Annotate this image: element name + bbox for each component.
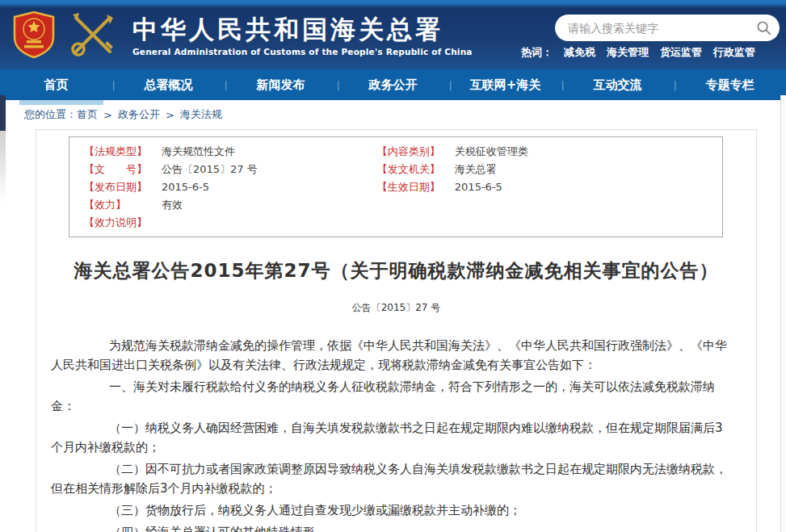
- meta-value: 关税征收管理类: [455, 143, 528, 161]
- national-emblem-icon: [13, 11, 55, 58]
- meta-value: 海关规范性文件: [162, 143, 235, 161]
- breadcrumb-home[interactable]: 首页: [77, 107, 98, 122]
- meta-value: 公告〔2015〕27 号: [162, 161, 258, 178]
- document-body: 为规范海关税款滞纳金减免的操作管理，依据《中华人民共和国海关法》、《中华人民共和…: [36, 336, 756, 532]
- breadcrumb-customs-laws[interactable]: 海关法规: [180, 107, 222, 122]
- hot-word-link[interactable]: 海关管理: [607, 45, 649, 60]
- breadcrumb-separator: >: [103, 109, 112, 121]
- meta-row-publish-date: 【发布日期】 2015-6-5: [84, 178, 377, 196]
- nav-item-label: 首页: [44, 77, 69, 93]
- paragraph: （二）因不可抗力或者国家政策调整原因导致纳税义务人自海关填发税款缴款书之日起在规…: [51, 459, 732, 498]
- hot-word-link[interactable]: 行政监管: [713, 45, 755, 60]
- hot-words: 热词： 减免税 海关管理 货运监管 行政监管: [521, 45, 755, 60]
- paragraph: 一、海关对未履行税款给付义务的纳税义务人征收税款滞纳金，符合下列情形之一的，海关…: [51, 377, 732, 416]
- document-title: 海关总署公告2015年第27号（关于明确税款滞纳金减免相关事宜的公告）: [36, 258, 756, 283]
- site-title: 中华人民共和国海关总署: [132, 14, 473, 44]
- breadcrumb-separator: >: [166, 109, 174, 121]
- window-left-edge-fade: [0, 131, 6, 203]
- breadcrumb-gov-affairs[interactable]: 政务公开: [118, 107, 160, 122]
- meta-label: 【发文机关】: [377, 161, 455, 178]
- meta-column-right: 【内容类别】 关税征收管理类 【发文机关】 海关总署 【生效日期】 2015-6…: [377, 143, 708, 232]
- paragraph: （三）货物放行后，纳税义务人通过自查发现少缴或漏缴税款并主动补缴的；: [51, 501, 732, 520]
- hot-words-label: 热词：: [521, 45, 553, 60]
- nav-item-label: 专题专栏: [706, 77, 754, 93]
- hot-word-link[interactable]: 减免税: [564, 45, 595, 60]
- brand: 中华人民共和国海关总署 General Administration of Cu…: [13, 8, 473, 61]
- nav-item-gov-affairs[interactable]: 政务公开 |: [337, 69, 449, 100]
- nav-item-label: 互联网+海关: [470, 77, 541, 93]
- nav-item-home[interactable]: 首页 |: [0, 69, 112, 100]
- meta-row-doc-number: 【文 号】 公告〔2015〕27 号: [84, 161, 377, 178]
- nav-item-internet-customs[interactable]: 互联网+海关 |: [449, 69, 561, 100]
- paragraph: （一）纳税义务人确因经营困难，自海关填发税款缴款书之日起在规定期限内难以缴纳税款…: [51, 418, 732, 457]
- nav-item-news[interactable]: 新闻发布 |: [225, 69, 337, 100]
- meta-label: 【效力】: [84, 196, 162, 214]
- meta-row-law-type: 【法规类型】 海关规范性文件: [84, 143, 377, 161]
- scrollbar-track[interactable]: [780, 95, 786, 532]
- window-left-edge: [0, 95, 6, 131]
- search-icon[interactable]: [756, 20, 771, 36]
- nav-item-label: 新闻发布: [257, 77, 305, 93]
- meta-value: 有效: [162, 196, 183, 214]
- customs-key-icon: [66, 8, 120, 61]
- site-subtitle: General Administration of Customs of the…: [132, 47, 473, 57]
- breadcrumb: 您的位置： 首页 > 政务公开 > 海关法规: [0, 100, 786, 129]
- active-tab-indicator: [19, 100, 103, 105]
- nav-item-special-topics[interactable]: 专题专栏: [674, 69, 786, 100]
- meta-label: 【发布日期】: [84, 178, 162, 196]
- document-number: 公告〔2015〕27 号: [36, 301, 756, 315]
- meta-label: 【内容类别】: [377, 143, 455, 161]
- law-meta-box: 【法规类型】 海关规范性文件 【文 号】 公告〔2015〕27 号 【发布日期】…: [69, 136, 723, 237]
- paragraph: （四）经海关总署认可的其他特殊情形。: [51, 522, 732, 532]
- meta-column-left: 【法规类型】 海关规范性文件 【文 号】 公告〔2015〕27 号 【发布日期】…: [84, 143, 377, 232]
- meta-label: 【生效日期】: [377, 178, 455, 196]
- main-nav: 首页 | 总署概况 | 新闻发布 | 政务公开 | 互联网+海关 | 互动交流 …: [0, 69, 786, 100]
- nav-item-interaction[interactable]: 互动交流 |: [561, 69, 674, 100]
- nav-item-label: 政务公开: [369, 77, 418, 93]
- meta-label: 【文 号】: [84, 161, 162, 178]
- meta-row-content-category: 【内容类别】 关税征收管理类: [377, 143, 708, 161]
- meta-value: 海关总署: [455, 161, 497, 178]
- meta-value: 2015-6-5: [162, 178, 209, 196]
- meta-row-validity-note: 【效力说明】: [84, 214, 377, 232]
- meta-row-effective-date: 【生效日期】 2015-6-5: [377, 178, 708, 196]
- content-panel: 【法规类型】 海关规范性文件 【文 号】 公告〔2015〕27 号 【发布日期】…: [36, 129, 757, 532]
- search-input[interactable]: [555, 15, 780, 41]
- meta-row-issuing-agency: 【发文机关】 海关总署: [377, 161, 708, 178]
- nav-item-overview[interactable]: 总署概况 |: [112, 69, 225, 100]
- meta-row-validity: 【效力】 有效: [84, 196, 377, 214]
- nav-item-label: 互动交流: [594, 77, 642, 93]
- search-box: [555, 15, 780, 41]
- hot-word-link[interactable]: 货运监管: [660, 45, 702, 60]
- paragraph: 为规范海关税款滞纳金减免的操作管理，依据《中华人民共和国海关法》、《中华人民共和…: [51, 336, 732, 375]
- meta-value: 2015-6-5: [455, 178, 502, 196]
- meta-label: 【法规类型】: [84, 143, 162, 161]
- nav-item-label: 总署概况: [145, 77, 193, 93]
- meta-label: 【效力说明】: [84, 214, 162, 232]
- breadcrumb-prefix: 您的位置：: [24, 107, 77, 122]
- site-header: 中华人民共和国海关总署 General Administration of Cu…: [0, 0, 786, 69]
